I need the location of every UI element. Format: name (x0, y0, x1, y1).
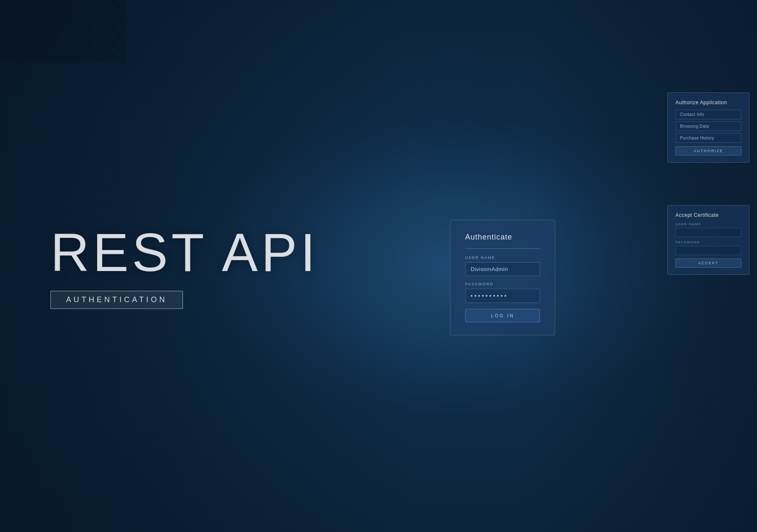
accept-username-label: USER NAME (675, 222, 741, 226)
accept-panel-title: Accept Certificate (675, 212, 741, 218)
authorize-panel-title: Authorize Application (675, 100, 741, 105)
main-content-area: REST API AUTHENTICATION (50, 223, 319, 309)
accept-certificate-panel: Accept Certificate USER NAME PASSWORD AC… (667, 205, 749, 275)
accept-password-label: PASSWORD (675, 240, 741, 244)
accept-button[interactable]: ACCEPT (675, 258, 741, 268)
password-label: PASSWORD (465, 282, 540, 286)
accept-username-field[interactable] (675, 228, 741, 237)
authenticate-panel: Authenticate USER NAME PASSWORD LOG IN (450, 220, 555, 335)
login-button[interactable]: LOG IN (465, 309, 540, 322)
panel-divider (465, 248, 540, 249)
accept-password-field[interactable] (675, 246, 741, 255)
main-title: REST API (50, 223, 319, 282)
authenticate-panel-title: Authenticate (465, 233, 540, 242)
auth-item-contact: Contact Info (675, 110, 741, 119)
username-input[interactable] (465, 262, 540, 276)
password-input[interactable] (465, 289, 540, 303)
authorize-button[interactable]: AUTHORIZE (675, 146, 741, 155)
authorize-panel: Authorize Application Contact Info Brows… (667, 92, 749, 163)
authentication-badge: AUTHENTICATION (50, 291, 183, 309)
auth-item-browsing: Browsing Data (675, 121, 741, 131)
auth-item-purchase: Purchase History (675, 133, 741, 143)
username-label: USER NAME (465, 255, 540, 260)
